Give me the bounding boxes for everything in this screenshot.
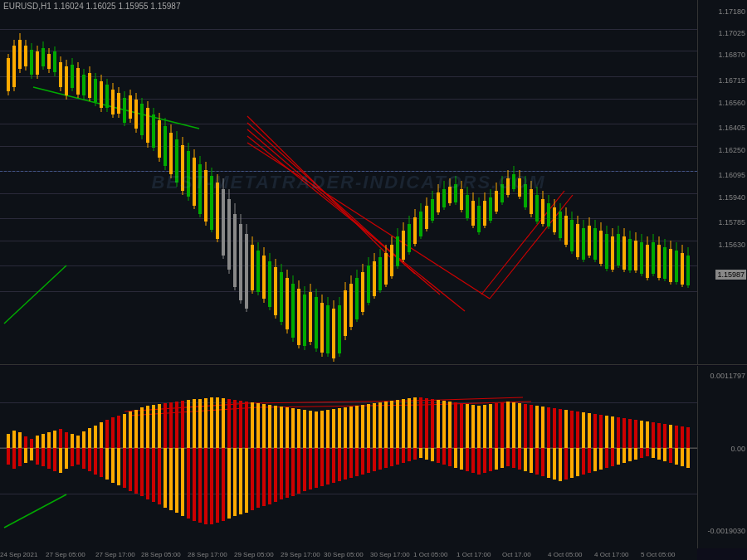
svg-rect-343 xyxy=(268,405,271,448)
svg-rect-353 xyxy=(297,409,300,448)
svg-rect-442 xyxy=(553,448,556,480)
svg-rect-417 xyxy=(483,405,486,448)
svg-rect-356 xyxy=(303,448,306,491)
indicator-chart: FXS_Divergence(8.3896,17.5185,9.0503) 0.… xyxy=(0,366,697,548)
svg-rect-392 xyxy=(408,448,411,461)
svg-rect-372 xyxy=(349,448,353,478)
svg-rect-319 xyxy=(198,399,202,448)
svg-rect-362 xyxy=(320,448,324,486)
price-level-11: 1.15630 xyxy=(718,241,745,249)
svg-rect-373 xyxy=(355,406,359,448)
svg-rect-379 xyxy=(373,403,376,448)
svg-rect-350 xyxy=(286,448,289,498)
svg-rect-486 xyxy=(681,448,684,466)
svg-rect-310 xyxy=(169,448,173,510)
svg-rect-466 xyxy=(622,448,626,463)
svg-rect-377 xyxy=(367,404,370,448)
time-label-3: 27 Sep 17:00 xyxy=(95,551,135,558)
svg-rect-382 xyxy=(378,448,382,470)
chart-container: BEST-METATRADER-INDICATORS.COM xyxy=(0,0,747,560)
svg-rect-453 xyxy=(588,413,591,448)
svg-rect-352 xyxy=(291,448,295,496)
svg-rect-294 xyxy=(111,448,115,483)
price-level-9: 1.15940 xyxy=(718,193,745,202)
svg-rect-267 xyxy=(88,428,91,448)
svg-rect-464 xyxy=(617,448,620,465)
svg-rect-320 xyxy=(198,448,202,523)
price-level-8: 1.16095 xyxy=(718,171,745,179)
svg-rect-421 xyxy=(495,403,498,448)
svg-rect-375 xyxy=(361,405,364,448)
svg-rect-419 xyxy=(489,404,492,448)
svg-rect-436 xyxy=(535,448,539,475)
svg-rect-254 xyxy=(12,431,16,448)
svg-rect-438 xyxy=(541,448,544,476)
svg-rect-333 xyxy=(239,401,242,448)
svg-rect-278 xyxy=(18,448,22,466)
svg-rect-302 xyxy=(146,448,149,499)
svg-rect-391 xyxy=(408,398,411,448)
svg-rect-426 xyxy=(506,448,510,466)
svg-rect-472 xyxy=(640,448,643,458)
time-label-11: 1 Oct 17:00 xyxy=(456,551,491,558)
svg-rect-270 xyxy=(105,420,109,448)
svg-rect-450 xyxy=(576,448,579,476)
svg-rect-406 xyxy=(448,448,452,466)
svg-rect-403 xyxy=(442,401,446,448)
svg-rect-324 xyxy=(210,448,213,524)
svg-rect-365 xyxy=(332,409,335,448)
svg-rect-290 xyxy=(88,448,91,471)
svg-rect-298 xyxy=(134,448,138,494)
svg-rect-480 xyxy=(663,448,666,461)
svg-rect-331 xyxy=(233,400,237,448)
time-label-4: 28 Sep 05:00 xyxy=(141,551,181,558)
svg-rect-389 xyxy=(402,399,405,448)
svg-rect-276 xyxy=(7,448,10,465)
svg-rect-398 xyxy=(425,448,428,460)
svg-rect-255 xyxy=(18,432,22,448)
svg-rect-266 xyxy=(82,431,85,448)
svg-rect-402 xyxy=(437,448,440,463)
svg-rect-366 xyxy=(332,448,335,483)
svg-rect-339 xyxy=(256,403,260,448)
svg-rect-273 xyxy=(123,414,126,448)
svg-rect-413 xyxy=(471,405,475,448)
ind-level-2: 0.00 xyxy=(730,445,745,453)
svg-rect-257 xyxy=(30,439,33,448)
svg-rect-297 xyxy=(129,448,132,491)
svg-rect-313 xyxy=(181,401,184,448)
svg-rect-393 xyxy=(413,397,417,448)
right-axis-indicator: 0.0011797 0.00 -0.0019030 xyxy=(697,366,747,548)
svg-rect-280 xyxy=(30,448,33,460)
svg-rect-397 xyxy=(425,398,428,448)
svg-rect-327 xyxy=(222,398,225,448)
svg-rect-304 xyxy=(152,448,155,502)
ind-level-1: 0.0011797 xyxy=(710,372,745,380)
svg-rect-449 xyxy=(576,411,579,448)
watermark: BEST-METATRADER-INDICATORS.COM xyxy=(151,172,545,193)
svg-rect-345 xyxy=(274,406,277,448)
svg-rect-386 xyxy=(390,448,393,466)
bottom-time-axis: 24 Sep 2021 27 Sep 05:00 27 Sep 17:00 28… xyxy=(0,548,697,560)
svg-rect-400 xyxy=(431,448,434,461)
svg-rect-308 xyxy=(164,448,167,508)
price-level-6: 1.16405 xyxy=(718,124,745,132)
svg-rect-287 xyxy=(71,448,74,466)
svg-rect-452 xyxy=(582,448,585,475)
svg-rect-431 xyxy=(524,404,527,448)
svg-rect-460 xyxy=(605,448,608,468)
svg-rect-380 xyxy=(373,448,376,471)
svg-line-6 xyxy=(481,191,564,295)
svg-rect-451 xyxy=(582,412,585,448)
svg-rect-485 xyxy=(681,426,684,448)
price-level-1: 1.17180 xyxy=(718,7,745,16)
svg-rect-470 xyxy=(634,448,637,460)
svg-rect-312 xyxy=(175,448,178,513)
svg-rect-443 xyxy=(559,409,562,448)
svg-rect-340 xyxy=(256,448,260,508)
time-label-10: 1 Oct 05:00 xyxy=(413,551,447,558)
svg-rect-412 xyxy=(466,448,469,471)
svg-rect-261 xyxy=(53,431,56,448)
time-label-2: 27 Sep 05:00 xyxy=(46,551,85,558)
svg-rect-289 xyxy=(82,448,85,469)
